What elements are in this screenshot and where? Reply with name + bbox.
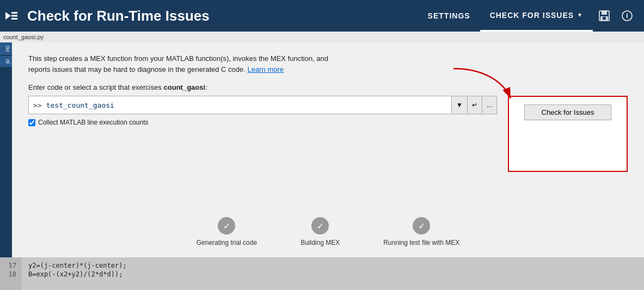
- more-button[interactable]: ...: [482, 96, 497, 114]
- dropdown-button[interactable]: ▼: [452, 96, 468, 114]
- prompt-symbol: >>: [33, 101, 42, 109]
- code-input-wrapper: >>: [28, 96, 452, 114]
- settings-button[interactable]: SETTINGS: [418, 0, 480, 32]
- svg-rect-3: [11, 18, 17, 20]
- step-item-3: ✓ Running test file with MEX: [383, 217, 459, 246]
- save-button[interactable]: [593, 0, 616, 32]
- step-label-1: Generating trial code: [197, 239, 257, 246]
- step-label-3: Running test file with MEX: [383, 239, 459, 246]
- svg-text:i: i: [626, 12, 628, 20]
- check-for-issues-button[interactable]: Check for Issues: [524, 104, 611, 120]
- right-panel: Check for Issues: [508, 96, 628, 206]
- content-area: This step creates a MEX function from yo…: [12, 42, 644, 257]
- step-circle-1: ✓: [218, 217, 235, 235]
- svg-marker-0: [5, 12, 11, 20]
- chevron-down-icon: ▼: [577, 12, 583, 18]
- step-circle-3: ✓: [413, 217, 430, 235]
- menu-icon: [5, 10, 17, 22]
- info-icon: i: [621, 10, 633, 22]
- step-item-1: ✓ Generating trial code: [197, 217, 257, 246]
- line-number-18: 18: [5, 270, 16, 278]
- input-btn-group: ▼ ↵ ...: [452, 96, 497, 114]
- code-line-18: B=exp(-(x2+y2)/(2*d*d));: [28, 270, 127, 278]
- steps-row: ✓ Generating trial code ✓ Building MEX ✓…: [28, 206, 628, 252]
- header-bar: Check for Run-Time Issues SETTINGS CHECK…: [0, 0, 644, 32]
- page-title: Check for Run-Time Issues: [22, 8, 418, 24]
- check-issues-button[interactable]: CHECK FOR ISSUES ▼: [480, 0, 593, 32]
- code-input[interactable]: [46, 101, 447, 109]
- breadcrumb: count_gaosi.py: [0, 32, 644, 42]
- left-tab-ou[interactable]: ou: [0, 42, 12, 55]
- left-content: >> ▼ ↵ ... Collect MATLAB line execution…: [28, 96, 497, 206]
- main-area: ou ol This step creates a MEX function f…: [0, 42, 644, 257]
- input-row: >> ▼ ↵ ...: [28, 96, 497, 114]
- collect-counts-checkbox[interactable]: [28, 119, 35, 126]
- step-circle-2: ✓: [311, 217, 329, 235]
- main-content-row: >> ▼ ↵ ... Collect MATLAB line execution…: [28, 96, 628, 206]
- line-numbers: 17 18: [0, 257, 22, 290]
- svg-rect-1: [11, 12, 17, 14]
- info-button[interactable]: i: [616, 0, 639, 32]
- bottom-code-area: 17 18 y2=(j-center)*(j-center); B=exp(-(…: [0, 257, 644, 290]
- save-icon: [598, 10, 610, 22]
- left-accent: ou ol: [0, 42, 12, 257]
- svg-rect-5: [602, 11, 607, 15]
- line-number-17: 17: [5, 262, 16, 269]
- svg-rect-2: [11, 15, 17, 17]
- check-issues-area: Check for Issues: [508, 96, 628, 172]
- code-line-17: y2=(j-center)*(j-center);: [28, 262, 127, 269]
- collect-counts-label: Collect MATLAB line execution counts: [38, 119, 149, 126]
- enter-button[interactable]: ↵: [468, 96, 482, 114]
- svg-rect-7: [603, 17, 606, 20]
- code-lines: y2=(j-center)*(j-center); B=exp(-(x2+y2)…: [22, 257, 133, 290]
- checkbox-row: Collect MATLAB line execution counts: [28, 119, 497, 126]
- learn-more-link[interactable]: Learn more: [248, 65, 284, 73]
- header-actions: SETTINGS CHECK FOR ISSUES ▼ i: [418, 0, 639, 32]
- description-text: This step creates a MEX function from yo…: [28, 53, 453, 75]
- step-label-2: Building MEX: [300, 239, 340, 246]
- left-tab-ol[interactable]: ol: [0, 56, 12, 67]
- enter-label: Enter code or select a script that exerc…: [28, 83, 628, 91]
- step-item-2: ✓ Building MEX: [300, 217, 340, 246]
